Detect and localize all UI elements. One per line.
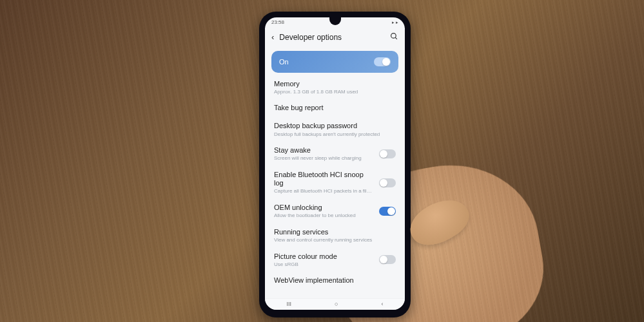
item-subtitle: Screen will never sleep while charging — [274, 155, 374, 162]
item-title: Memory — [274, 80, 396, 88]
item-subtitle: Capture all Bluetooth HCI packets in a f… — [274, 188, 374, 194]
stay-awake-switch[interactable] — [379, 149, 396, 158]
nav-bar: III ○ ‹ — [265, 298, 405, 310]
svg-point-0 — [391, 33, 396, 38]
item-desktop-backup[interactable]: Desktop backup password Desktop full bac… — [265, 117, 405, 142]
settings-list[interactable]: Memory Approx. 1.3 GB of 1.8 GB RAM used… — [265, 74, 405, 298]
nav-back-icon[interactable]: ‹ — [381, 301, 383, 307]
status-icons: ▸ ▸ — [392, 20, 398, 25]
item-title: Stay awake — [274, 146, 374, 155]
screen: 23:58 ▸ ▸ ‹ Developer options On Memory … — [265, 17, 405, 310]
item-title: Running services — [274, 228, 396, 236]
item-subtitle: View and control currently running servi… — [274, 237, 396, 243]
nav-recent-icon[interactable]: III — [287, 301, 292, 307]
search-icon[interactable] — [390, 32, 398, 43]
page-title: Developer options — [279, 33, 385, 42]
item-picture-colour[interactable]: Picture colour mode Use sRGB — [265, 248, 405, 272]
back-icon[interactable]: ‹ — [271, 32, 274, 42]
item-oem-unlocking[interactable]: OEM unlocking Allow the bootloader to be… — [265, 199, 405, 223]
master-toggle-label: On — [279, 58, 289, 66]
item-memory[interactable]: Memory Approx. 1.3 GB of 1.8 GB RAM used — [265, 75, 405, 100]
item-subtitle: Desktop full backups aren't currently pr… — [274, 131, 396, 138]
item-bug-report[interactable]: Take bug report — [265, 99, 405, 117]
item-subtitle: Approx. 1.3 GB of 1.8 GB RAM used — [274, 89, 396, 95]
oem-unlocking-switch[interactable] — [379, 207, 396, 216]
status-time: 23:58 — [271, 19, 284, 25]
item-stay-awake[interactable]: Stay awake Screen will never sleep while… — [265, 142, 405, 166]
item-title: Desktop backup password — [274, 122, 396, 130]
item-subtitle: Use sRGB — [274, 261, 374, 268]
item-running-services[interactable]: Running services View and control curren… — [265, 223, 405, 248]
bluetooth-hci-switch[interactable] — [379, 178, 396, 187]
thumb — [403, 190, 475, 254]
item-title: WebView implementation — [274, 276, 396, 285]
picture-colour-switch[interactable] — [379, 255, 396, 264]
item-title: Take bug report — [274, 104, 396, 112]
item-title: Enable Bluetooth HCI snoop log — [274, 171, 374, 187]
app-header: ‹ Developer options — [265, 28, 405, 47]
svg-line-1 — [395, 37, 397, 39]
item-bluetooth-hci[interactable]: Enable Bluetooth HCI snoop log Capture a… — [265, 166, 405, 199]
master-toggle-row[interactable]: On — [271, 51, 398, 73]
phone-frame: 23:58 ▸ ▸ ‹ Developer options On Memory … — [259, 12, 411, 317]
nav-home-icon[interactable]: ○ — [335, 301, 338, 307]
master-toggle-switch[interactable] — [374, 57, 391, 66]
item-title: OEM unlocking — [274, 204, 374, 212]
item-title: Picture colour mode — [274, 252, 374, 261]
item-subtitle: Allow the bootloader to be unlocked — [274, 213, 374, 219]
item-webview[interactable]: WebView implementation — [265, 272, 405, 290]
